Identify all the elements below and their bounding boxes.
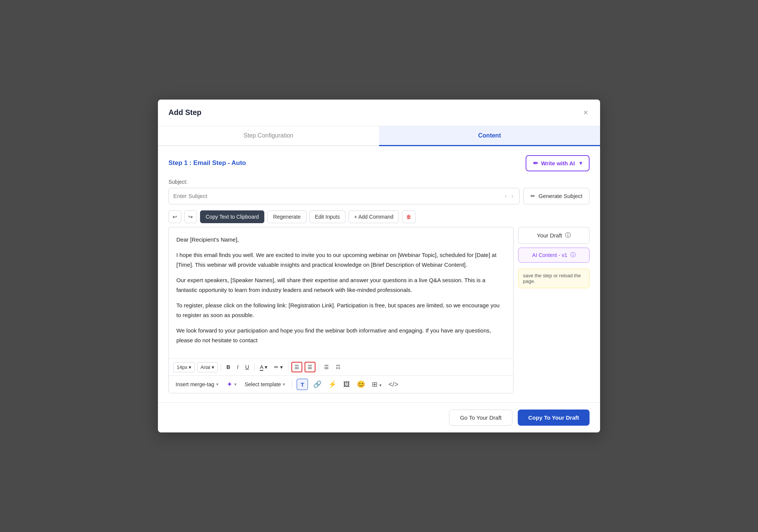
bottom-toolbar: Insert merge-tag ▾ ✦ ▾ Select template ▾… (169, 375, 513, 393)
editor-para-3: Our expert speakers, [Speaker Names], wi… (176, 275, 506, 295)
write-ai-button[interactable]: ✏ Write with AI ▾ (526, 155, 590, 171)
table-icon: ⊞ (372, 381, 377, 388)
step-name: Email Step - Auto (193, 159, 246, 166)
font-size-chevron: ▾ (189, 364, 191, 370)
add-command-label: + Add Command (354, 214, 394, 220)
regenerate-button[interactable]: Regenerate (267, 210, 306, 223)
unlink-icon: ⚡ (328, 381, 337, 388)
unlink-button[interactable]: ⚡ (327, 379, 338, 390)
regenerate-label: Regenerate (273, 214, 300, 220)
close-button[interactable]: × (582, 107, 590, 118)
warning-box: save the step or reload the page. (518, 269, 590, 288)
modal-header: Add Step × (158, 100, 600, 126)
font-family-select[interactable]: Arial ▾ (197, 362, 218, 372)
write-ai-label: Write with AI (541, 160, 575, 166)
ai-content-badge[interactable]: AI Content - v1 ⓘ (518, 248, 590, 263)
subject-input[interactable] (173, 193, 503, 199)
tab-step-configuration[interactable]: Step Configuration (158, 126, 379, 146)
link-button[interactable]: 🔗 (312, 379, 323, 390)
select-template-button[interactable]: Select template ▾ (243, 380, 288, 389)
content-area: Dear [Recipient's Name], I hope this ema… (168, 227, 590, 394)
font-color-button[interactable]: A ▾ (258, 362, 269, 372)
ai-content-label: AI Content - v1 (532, 252, 567, 258)
text-button[interactable]: T (297, 379, 308, 390)
undo-button[interactable]: ↩ (168, 210, 181, 223)
bottom-divider-1 (292, 381, 292, 388)
warning-text: save the step or reload the page. (523, 273, 581, 284)
editor-content[interactable]: Dear [Recipient's Name], I hope this ema… (169, 227, 513, 359)
subject-label: Subject: (168, 179, 590, 185)
tab-content[interactable]: Content (379, 126, 600, 146)
bold-button[interactable]: B (224, 362, 232, 372)
subject-nav: ‹ › (503, 192, 515, 200)
ordered-list-icon: ☶ (336, 364, 341, 370)
ai-content-info-icon: ⓘ (570, 252, 576, 258)
align-right-icon: ☰ (308, 364, 312, 370)
your-draft-label: Your Draft (537, 232, 562, 239)
chevron-down-icon: ▾ (579, 160, 582, 166)
font-color-chevron: ▾ (265, 364, 267, 370)
go-to-draft-button[interactable]: Go To Your Draft (449, 410, 512, 426)
sidebar: Your Draft ⓘ AI Content - v1 ⓘ save the … (518, 227, 590, 394)
highlight-chevron: ▾ (280, 364, 283, 370)
link-icon: 🔗 (313, 381, 321, 388)
image-icon: 🖼 (343, 381, 350, 388)
insert-merge-tag-button[interactable]: Insert merge-tag ▾ (173, 380, 221, 389)
format-bar: 14px ▾ Arial ▾ B I U A ▾ (169, 358, 513, 375)
redo-icon: ↪ (188, 214, 193, 220)
insert-merge-tag-chevron: ▾ (216, 382, 218, 387)
subject-row: ‹ › ✏ Generate Subject (168, 188, 590, 204)
copy-clipboard-button[interactable]: Copy Text to Clipboard (200, 210, 264, 223)
subject-prev-button[interactable]: ‹ (503, 192, 508, 200)
edit-inputs-button[interactable]: Edit Inputs (309, 210, 346, 223)
highlight-button[interactable]: ✏ ▾ (272, 362, 285, 372)
align-right-button[interactable]: ☰ (305, 362, 315, 372)
emoji-button[interactable]: 😊 (355, 379, 367, 390)
subject-input-wrap: ‹ › (168, 188, 520, 204)
modal: Add Step × Step Configuration Content St… (158, 100, 600, 433)
align-left-button[interactable]: ☰ (291, 362, 302, 372)
text-icon: T (301, 381, 304, 388)
image-button[interactable]: 🖼 (342, 379, 352, 390)
delete-button[interactable]: 🗑 (402, 210, 415, 223)
font-size-select[interactable]: 14px ▾ (173, 362, 195, 372)
copy-to-draft-button[interactable]: Copy To Your Draft (518, 410, 590, 426)
editor-para-1: Dear [Recipient's Name], (176, 235, 506, 245)
step-prefix: Step 1 : (168, 159, 193, 166)
step-title: Step 1 : Email Step - Auto (168, 159, 246, 167)
editor-toolbar: ↩ ↪ Copy Text to Clipboard Regenerate Ed… (168, 210, 590, 223)
unordered-list-icon: ☰ (324, 364, 329, 370)
ai-pen-icon: ✏ (533, 160, 538, 167)
delete-icon: 🗑 (406, 214, 411, 220)
modal-body: Step 1 : Email Step - Auto ✏ Write with … (158, 146, 600, 403)
table-button[interactable]: ⊞ ▾ (370, 379, 383, 390)
code-button[interactable]: </> (387, 379, 400, 390)
redo-button[interactable]: ↪ (184, 210, 197, 223)
undo-icon: ↩ (173, 214, 177, 220)
ordered-list-button[interactable]: ☶ (334, 362, 343, 372)
underline-button[interactable]: U (243, 362, 251, 372)
font-family-value: Arial (200, 364, 210, 370)
italic-button[interactable]: I (235, 362, 241, 372)
your-draft-info-icon: ⓘ (565, 232, 571, 239)
divider-4 (318, 363, 319, 371)
modal-title: Add Step (168, 108, 202, 117)
unordered-list-button[interactable]: ☰ (322, 362, 331, 372)
tabs: Step Configuration Content (158, 126, 600, 146)
font-family-chevron: ▾ (212, 364, 214, 370)
add-command-button[interactable]: + Add Command (349, 210, 399, 223)
divider-3 (288, 363, 288, 371)
magic-icon-button[interactable]: ✦ ▾ (224, 379, 239, 390)
subject-next-button[interactable]: › (510, 192, 515, 200)
emoji-icon: 😊 (357, 381, 365, 388)
editor-wrap: Dear [Recipient's Name], I hope this ema… (168, 227, 514, 394)
generate-subject-icon: ✏ (531, 193, 535, 200)
select-template-label: Select template (245, 381, 281, 387)
divider-2 (254, 363, 255, 371)
generate-subject-button[interactable]: ✏ Generate Subject (523, 188, 590, 204)
align-left-icon: ☰ (294, 364, 299, 370)
select-template-chevron: ▾ (283, 382, 285, 387)
magic-wand-icon: ✦ (227, 380, 232, 388)
your-draft-button[interactable]: Your Draft ⓘ (518, 227, 590, 244)
editor-para-4: To register, please click on the followi… (176, 301, 506, 320)
